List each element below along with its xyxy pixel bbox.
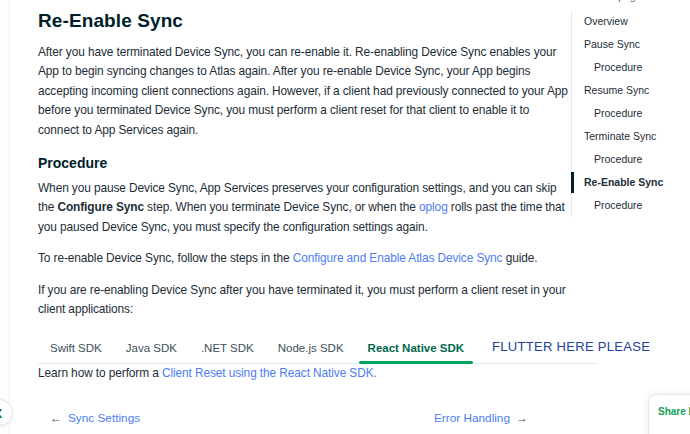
toc-item-overview[interactable]: Overview bbox=[572, 10, 687, 33]
bold-text: Configure Sync bbox=[57, 200, 143, 214]
prev-page-link[interactable]: ← Sync Settings bbox=[50, 411, 140, 425]
intro-paragraph: After you have terminated Device Sync, y… bbox=[38, 43, 570, 140]
toc-sidebar: OverviewPause SyncProcedureResume SyncPr… bbox=[571, 10, 687, 217]
left-arrow-icon: ← bbox=[50, 411, 62, 425]
sdk-tabs: Swift SDKJava SDK.NET SDKNode.js SDKReac… bbox=[38, 335, 598, 364]
tab-node-js-sdk[interactable]: Node.js SDK bbox=[266, 335, 356, 363]
left-rail bbox=[0, 0, 10, 434]
next-page-link[interactable]: Error Handling → bbox=[434, 411, 528, 425]
inline-link-oplog[interactable]: oplog bbox=[419, 200, 448, 214]
page-title: Re-Enable Sync bbox=[38, 10, 570, 32]
share-feedback-label: Share Fe bbox=[658, 406, 690, 417]
share-feedback-button[interactable]: Share Fe bbox=[648, 394, 690, 434]
toc-header-text: On this page bbox=[582, 0, 682, 2]
tab-java-sdk[interactable]: Java SDK bbox=[114, 335, 189, 363]
collapse-sidebar-button[interactable]: ❮ bbox=[0, 399, 13, 426]
pagination: ← Sync Settings Error Handling → bbox=[50, 411, 528, 425]
text-run: After you have terminated Device Sync, y… bbox=[38, 45, 568, 137]
text-run: If you are re-enabling Device Sync after… bbox=[38, 283, 566, 316]
prev-page-label: Sync Settings bbox=[68, 411, 140, 425]
text-run: To re-enable Device Sync, follow the ste… bbox=[38, 251, 293, 265]
toc-item-procedure[interactable]: Procedure bbox=[572, 194, 687, 217]
toc-item-terminate-sync[interactable]: Terminate Sync bbox=[572, 125, 687, 148]
tab-react-native-sdk[interactable]: React Native SDK bbox=[356, 335, 477, 363]
procedure-heading: Procedure bbox=[38, 155, 570, 171]
toc-item-pause-sync[interactable]: Pause Sync bbox=[572, 33, 687, 56]
procedure-paragraph: When you pause Device Sync, App Services… bbox=[38, 179, 570, 237]
client-reset-paragraph: If you are re-enabling Device Sync after… bbox=[38, 281, 570, 320]
reenable-paragraph: To re-enable Device Sync, follow the ste… bbox=[38, 249, 570, 268]
toc-item-procedure[interactable]: Procedure bbox=[572, 148, 687, 171]
toc-item-re-enable-sync[interactable]: Re-Enable Sync bbox=[572, 171, 687, 194]
text-run: step. When you terminate Device Sync, or… bbox=[144, 200, 419, 214]
toc-clipped-header: On this page bbox=[582, 0, 682, 3]
tab-note-paragraph: Learn how to perform a Client Reset usin… bbox=[38, 364, 570, 383]
toc-list: OverviewPause SyncProcedureResume SyncPr… bbox=[571, 10, 687, 217]
tab-swift-sdk[interactable]: Swift SDK bbox=[38, 335, 114, 363]
right-arrow-icon: → bbox=[516, 411, 528, 425]
toc-item-resume-sync[interactable]: Resume Sync bbox=[572, 79, 687, 102]
toc-item-procedure[interactable]: Procedure bbox=[572, 56, 687, 79]
main-content: Re-Enable Sync After you have terminated… bbox=[38, 0, 570, 425]
text-run: Learn how to perform a bbox=[38, 366, 162, 380]
docs-page: ❮ Re-Enable Sync After you have terminat… bbox=[0, 0, 690, 434]
text-run: guide. bbox=[502, 251, 537, 265]
inline-link-configure-and-enable-atlas-dev[interactable]: Configure and Enable Atlas Device Sync bbox=[293, 251, 503, 265]
inline-link-client-reset-using-the-react-n[interactable]: Client Reset using the React Native SDK. bbox=[162, 366, 377, 380]
chevron-left-icon: ❮ bbox=[0, 408, 3, 418]
next-page-label: Error Handling bbox=[434, 411, 510, 425]
tab-net-sdk[interactable]: .NET SDK bbox=[189, 335, 266, 363]
flutter-annotation: FLUTTER HERE PLEASE bbox=[492, 339, 650, 363]
toc-item-procedure[interactable]: Procedure bbox=[572, 102, 687, 125]
